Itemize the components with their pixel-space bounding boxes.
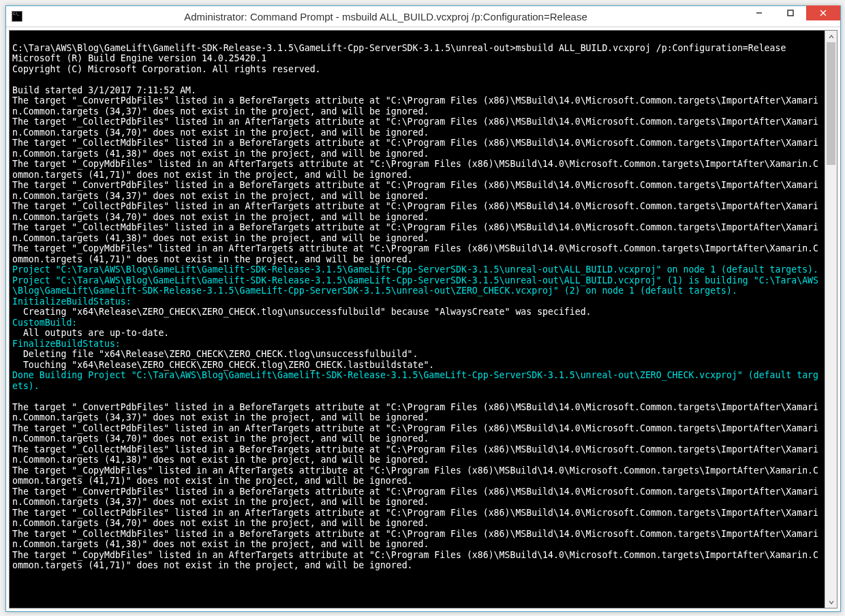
window-controls xyxy=(743,6,840,27)
chevron-up-icon xyxy=(829,34,834,40)
console-line: All outputs are up-to-date. xyxy=(12,328,169,338)
console-line: Touching "x64\Release\ZERO_CHECK\ZERO_CH… xyxy=(12,360,434,370)
chevron-down-icon xyxy=(829,600,834,605)
console-line: The target "_CollectPdbFiles" listed in … xyxy=(12,423,818,444)
scroll-track[interactable] xyxy=(825,42,837,596)
scroll-up-button[interactable] xyxy=(825,31,837,42)
cmd-icon xyxy=(12,11,22,22)
console-line: The target "_CopyMdbFiles" listed in an … xyxy=(12,465,818,487)
console-area: C:\Tara\AWS\Blog\GameLift\Gamelift-SDK-R… xyxy=(9,30,838,609)
console-line: Deleting file "x64\Release\ZERO_CHECK\ZE… xyxy=(12,349,418,359)
console-line: Copyright (C) Microsoft Corporation. All… xyxy=(12,64,321,74)
console-line: Build started 3/1/2017 7:11:52 AM. xyxy=(12,85,196,95)
console-line: The target "_CollectPdbFiles" listed in … xyxy=(12,201,818,222)
console-line: The target "_ConvertPdbFiles" listed in … xyxy=(12,180,818,201)
close-icon xyxy=(820,10,827,16)
maximize-button[interactable] xyxy=(775,5,806,20)
minimize-button[interactable] xyxy=(743,5,775,20)
console-line: The target "_ConvertPdbFiles" listed in … xyxy=(12,402,818,423)
console-line: C:\Tara\AWS\Blog\GameLift\Gamelift-SDK-R… xyxy=(12,43,786,53)
close-button[interactable] xyxy=(806,5,840,20)
console-line: The target "_CopyMdbFiles" listed in an … xyxy=(12,159,818,180)
console-line: InitializeBuildStatus: xyxy=(12,296,132,307)
console-line: The target "_CollectMdbFiles" listed in … xyxy=(12,444,818,465)
titlebar[interactable]: Administrator: Command Prompt - msbuild … xyxy=(6,6,840,27)
console-line: Creating "x64\Release\ZERO_CHECK\ZERO_CH… xyxy=(12,307,592,317)
console-line: The target "_CollectMdbFiles" listed in … xyxy=(12,529,818,550)
console-line: The target "_ConvertPdbFiles" listed in … xyxy=(12,95,818,117)
console-output[interactable]: C:\Tara\AWS\Blog\GameLift\Gamelift-SDK-R… xyxy=(10,31,825,608)
scroll-thumb[interactable] xyxy=(827,42,835,165)
console-line: FinalizeBuildStatus: xyxy=(12,339,121,349)
svg-rect-1 xyxy=(788,10,793,16)
console-line: The target "_CopyMdbFiles" listed in an … xyxy=(12,243,818,264)
maximize-icon xyxy=(787,10,794,16)
console-line: CustomBuild: xyxy=(12,318,77,328)
vertical-scrollbar[interactable] xyxy=(825,31,837,608)
console-line: Microsoft (R) Build Engine version 14.0.… xyxy=(12,53,266,63)
console-line: The target "_ConvertPdbFiles" listed in … xyxy=(12,487,818,508)
console-line: Done Building Project "C:\Tara\AWS\Blog\… xyxy=(12,370,818,391)
console-line: The target "_CollectMdbFiles" listed in … xyxy=(12,222,818,243)
console-line: Project "C:\Tara\AWS\Blog\GameLift\Gamel… xyxy=(12,264,818,275)
window-title: Administrator: Command Prompt - msbuild … xyxy=(28,11,743,22)
console-line: The target "_CopyMdbFiles" listed in an … xyxy=(12,550,818,571)
console-line: The target "_CollectPdbFiles" listed in … xyxy=(12,117,818,138)
console-line: Project "C:\Tara\AWS\Blog\GameLift\Gamel… xyxy=(12,275,818,296)
scroll-down-button[interactable] xyxy=(825,596,837,608)
console-line: The target "_CollectMdbFiles" listed in … xyxy=(12,138,818,159)
command-prompt-window: Administrator: Command Prompt - msbuild … xyxy=(5,5,841,612)
minimize-icon xyxy=(756,10,763,16)
console-line: The target "_CollectPdbFiles" listed in … xyxy=(12,508,818,529)
